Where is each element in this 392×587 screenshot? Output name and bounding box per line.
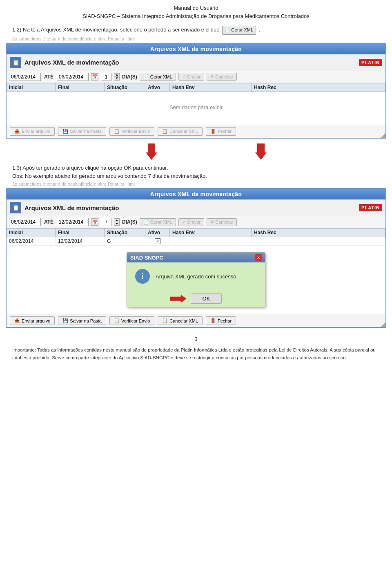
dialog-2-app-icon: 📋 [10, 202, 21, 213]
enviar-arquivo-btn-1[interactable]: 📤 Enviar arquivo [10, 127, 55, 136]
salvar-pasta-btn-2[interactable]: 💾 Salvar na Pasta [58, 316, 106, 325]
page-header: Manual do Usuário SIAD-SNGPC – Sistema I… [0, 0, 392, 22]
siad-close-btn[interactable]: ✕ [255, 254, 262, 261]
siad-dialog-titlebar: SIAD SNGPC ✕ [127, 253, 265, 262]
resize-handle-2[interactable] [381, 322, 385, 327]
salvar-pasta-btn-1[interactable]: 💾 Salvar na Pasta [58, 127, 106, 136]
dialog-1-titlebar: Arquivos XML de movimentação [7, 44, 385, 54]
cancelar-btn-1[interactable]: ✗ Cancelar [207, 73, 237, 81]
gerar-xml-icon-2: 📄 [143, 220, 149, 225]
dialog-2-titlebar: Arquivos XML de movimentação [7, 189, 385, 199]
no-data-msg-1: Sem dados para exibir [7, 92, 385, 123]
col-ativo-1: Ativo [145, 83, 170, 92]
data-grid-body-2: 06/02/2014 12/02/2014 G ✓ SIAD SNGPC ✕ i… [7, 237, 385, 314]
ok-arrow [170, 295, 187, 303]
arrow-1a [146, 143, 157, 160]
verificar-envio-btn-2[interactable]: 📋 Verificar Envio [109, 316, 154, 325]
cancelar-xml-btn-2[interactable]: 📋 Cancelar XML [158, 316, 203, 325]
days-field-1[interactable] [101, 73, 111, 81]
cell-inicial: 06/02/2014 [7, 237, 56, 245]
cell-hash-rec [252, 237, 385, 245]
col-situacao-1: Situação [105, 83, 145, 92]
fechar-btn-2[interactable]: 🚪 Fechar [206, 316, 236, 325]
arrow-1b [255, 143, 267, 160]
gravar-btn-1[interactable]: ✓ Gravar [178, 73, 205, 81]
ok-row: OK [170, 294, 222, 304]
cancelar-xml-btn-1[interactable]: 📋 Cancelar XML [158, 127, 203, 136]
date-from-2[interactable] [9, 218, 41, 226]
calendar-btn-2[interactable]: 📅 [91, 218, 98, 226]
page-number: 3 [0, 332, 392, 344]
cancelar-xml-icon-2: 📋 [162, 318, 168, 323]
calendar-btn-1[interactable]: 📅 [91, 73, 98, 81]
cell-ativo: ✓ [145, 237, 170, 245]
fechar-icon-2: 🚪 [210, 318, 216, 323]
resize-handle-1[interactable] [381, 133, 385, 138]
col-inicial-2: Inicial [7, 229, 56, 237]
siad-dialog-container: SIAD SNGPC ✕ i Arquivo XML gerado com su… [7, 246, 385, 314]
enviar-icon-1: 📤 [14, 129, 20, 134]
faded-text-1: ão submetidos e tentam de equivalência e… [0, 36, 392, 41]
gravar-btn-2[interactable]: ✓ Gravar [178, 218, 205, 226]
cancelar-btn-2[interactable]: ✗ Cancelar [207, 218, 237, 226]
data-grid-header-1: Inicial Final Situação Ativo Hash Env Ha… [7, 83, 385, 92]
dialog-2-header-row: 📋 Arquivos XML de movimentação PLATIN [7, 199, 385, 216]
spin-btns-1: ▲ ▼ [114, 73, 120, 81]
cell-hash-env [170, 237, 252, 245]
dialog-1-app-icon: 📋 [10, 57, 21, 68]
enviar-arquivo-btn-2[interactable]: 📤 Enviar arquivo [10, 316, 55, 325]
fechar-btn-1[interactable]: 🚪 Fechar [206, 127, 236, 136]
cancelar-xml-icon-1: 📋 [162, 129, 168, 134]
col-ativo-2: Ativo [145, 229, 170, 237]
platin-logo-1: PLATIN [359, 59, 382, 66]
spin-down-1[interactable]: ▼ [114, 77, 120, 81]
siad-dialog-footer: OK [127, 290, 265, 307]
dialog-window-2: Arquivos XML de movimentação 📋 Arquivos … [6, 188, 386, 328]
dialog-window-1: Arquivos XML de movimentação 📋 Arquivos … [6, 43, 386, 139]
ate-label-2: ATÉ [43, 219, 54, 225]
date-to-2[interactable] [57, 218, 89, 226]
siad-sngpc-dialog: SIAD SNGPC ✕ i Arquivo XML gerado com su… [127, 252, 265, 307]
siad-title-text: SIAD SNGPC [130, 255, 163, 261]
footer-note: Importante: Todas as informações contida… [0, 344, 392, 365]
gerar-xml-btn-1[interactable]: 📄 Gerar XML [140, 73, 176, 81]
gerar-xml-btn-2[interactable]: 📄 Gerar XML [140, 218, 176, 226]
col-hash-env-2: Hash Env [170, 229, 252, 237]
section-1-2-text: 1.2) Na tela Arquivos XML de movimentaçã… [0, 22, 392, 36]
verificar-envio-btn-1[interactable]: 📋 Verificar Envio [109, 127, 154, 136]
platin-logo-2: PLATIN [359, 204, 382, 211]
dias-label-1: DIA(S) [122, 74, 137, 80]
date-to-1[interactable] [57, 73, 89, 81]
info-icon: i [135, 269, 150, 284]
ate-label-1: ATÉ [43, 74, 54, 80]
arrow-row-1 [20, 143, 392, 161]
spin-up-2[interactable]: ▲ [114, 218, 120, 222]
col-hash-rec-2: Hash Rec [252, 229, 385, 237]
gerar-xml-icon-1: 📄 [143, 74, 149, 79]
dialog-1-footer: 📤 Enviar arquivo 💾 Salvar na Pasta 📋 Ver… [7, 125, 385, 138]
salvar-icon-2: 💾 [62, 318, 68, 323]
verificar-icon-1: 📋 [114, 129, 120, 134]
siad-message: Arquivo XML gerado com sucesso [156, 273, 236, 280]
spin-down-2[interactable]: ▼ [114, 222, 120, 226]
col-final-1: Final [56, 83, 105, 92]
dialog-2-toolbar: ATÉ 📅 ▲ ▼ DIA(S) 📄 Gerar XML ✓ Gravar ✗ … [7, 216, 385, 228]
spin-btns-2: ▲ ▼ [114, 218, 120, 226]
date-from-1[interactable] [9, 73, 41, 81]
checkbox-checked: ✓ [155, 238, 160, 244]
data-grid-header-2: Inicial Final Situação Ativo Hash Env Ha… [7, 228, 385, 237]
cell-situacao: G [105, 237, 145, 245]
ok-btn[interactable]: OK [191, 294, 222, 304]
faded-text-2: ão submetidos e tentam de equivalência e… [0, 181, 392, 186]
salvar-icon-1: 💾 [62, 129, 68, 134]
dialog-2-footer: 📤 Enviar arquivo 💾 Salvar na Pasta 📋 Ver… [7, 314, 385, 327]
days-field-2[interactable] [101, 218, 111, 226]
enviar-icon-2: 📤 [14, 318, 20, 323]
section-1-3: 1.3) Após ter gerado o arquivo clique na… [0, 161, 392, 182]
gravar-icon-1: ✓ [182, 74, 186, 79]
cell-final: 12/02/2014 [56, 237, 105, 245]
col-situacao-2: Situação [105, 229, 145, 237]
section-1-3-line1: 1.3) Após ter gerado o arquivo clique na… [12, 164, 380, 173]
dias-label-2: DIA(S) [122, 219, 137, 225]
cancelar-icon-1: ✗ [210, 74, 214, 79]
